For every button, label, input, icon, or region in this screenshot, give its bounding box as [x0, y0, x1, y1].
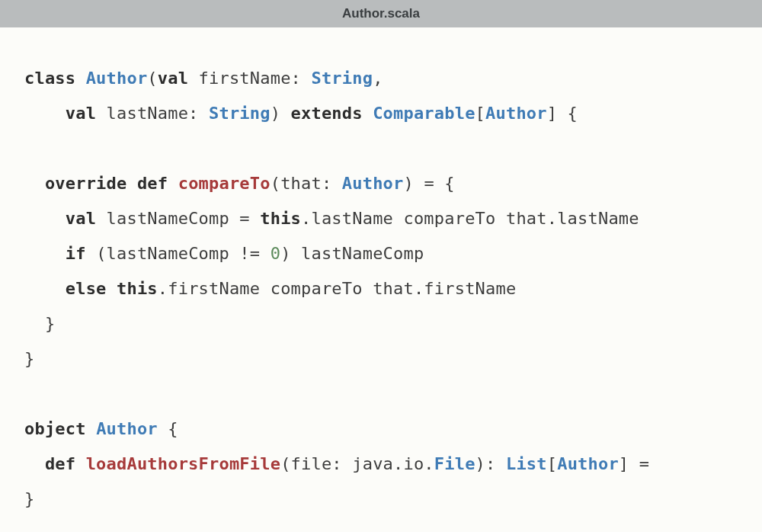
- code-token: (that:: [271, 174, 342, 193]
- code-token: this: [117, 279, 158, 298]
- code-token: {: [158, 419, 178, 438]
- code-line: }: [24, 482, 738, 517]
- code-line: override def compareTo(that: Author) = {: [24, 166, 738, 201]
- code-line: class Author(val firstName: String,: [24, 61, 738, 96]
- code-token: ] {: [547, 104, 578, 123]
- code-token: ) = {: [404, 174, 455, 193]
- code-token: val: [66, 104, 107, 123]
- code-token: lastName:: [107, 104, 209, 123]
- code-token: loadAuthorsFromFile: [86, 454, 280, 473]
- code-token: val: [158, 69, 199, 88]
- code-token: String: [311, 69, 373, 88]
- code-token: Author: [342, 174, 404, 193]
- code-token: }: [24, 489, 34, 508]
- code-token: [24, 104, 66, 123]
- code-line: }: [24, 341, 738, 377]
- code-editor[interactable]: class Author(val firstName: String, val …: [0, 27, 762, 532]
- code-token: }: [24, 314, 55, 333]
- code-token: object: [24, 419, 96, 438]
- code-token: extends: [291, 104, 373, 123]
- code-token: [24, 174, 45, 193]
- code-token: Author: [557, 454, 619, 473]
- titlebar: Author.scala: [0, 0, 762, 27]
- code-token: (: [147, 69, 157, 88]
- code-line: val lastName: String) extends Comparable…: [24, 96, 738, 131]
- code-token: ): [271, 104, 291, 123]
- code-token: override def: [45, 174, 178, 193]
- code-line: else this.firstName compareTo that.first…: [24, 271, 738, 306]
- code-line: def loadAuthorsFromFile(file: java.io.Fi…: [24, 447, 738, 482]
- code-token: ] =: [619, 454, 649, 473]
- code-token: [24, 279, 66, 298]
- code-token: val: [66, 209, 107, 228]
- code-token: .firstName compareTo that.firstName: [158, 279, 517, 298]
- code-token: Comparable: [373, 104, 475, 123]
- code-token: ):: [475, 454, 506, 473]
- code-line: [24, 131, 738, 166]
- code-token: [: [547, 454, 557, 473]
- code-token: else: [66, 279, 117, 298]
- code-token: (file: java.io.: [280, 454, 434, 473]
- code-token: firstName:: [199, 69, 312, 88]
- code-token: List: [506, 454, 547, 473]
- code-token: Author: [86, 69, 148, 88]
- code-line: val lastNameComp = this.lastName compare…: [24, 201, 738, 236]
- code-token: File: [434, 454, 475, 473]
- filename-label: Author.scala: [342, 6, 420, 21]
- code-token: if: [66, 244, 96, 263]
- code-line: if (lastNameComp != 0) lastNameComp: [24, 236, 738, 271]
- code-token: .lastName compareTo that.lastName: [301, 209, 639, 228]
- code-line: [24, 377, 738, 412]
- code-token: ,: [373, 69, 383, 88]
- code-token: [: [475, 104, 485, 123]
- code-token: [24, 454, 45, 473]
- code-token: 0: [271, 244, 280, 263]
- code-token: [24, 244, 66, 263]
- code-token: lastNameComp =: [107, 209, 261, 228]
- code-token: Author: [485, 104, 547, 123]
- code-token: ) lastNameComp: [280, 244, 424, 263]
- code-content: class Author(val firstName: String, val …: [24, 61, 738, 517]
- code-token: compareTo: [178, 174, 271, 193]
- code-token: def: [45, 454, 86, 473]
- code-token: this: [260, 209, 301, 228]
- code-token: String: [209, 104, 271, 123]
- code-token: }: [24, 349, 34, 368]
- code-token: class: [24, 69, 86, 88]
- code-line: }: [24, 306, 738, 341]
- code-token: Author: [96, 419, 158, 438]
- code-token: [24, 209, 66, 228]
- code-token: (lastNameComp !=: [96, 244, 271, 263]
- code-line: object Author {: [24, 412, 738, 447]
